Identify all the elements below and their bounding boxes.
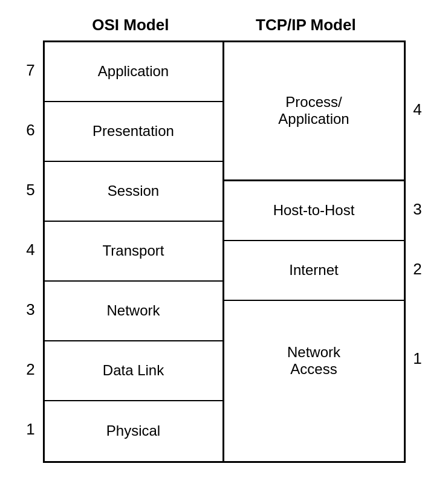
tcpip-column: Process/Application Host-to-Host Interne… — [224, 42, 404, 461]
main-content: 7 6 5 4 3 2 1 Application Presentation S… — [19, 40, 430, 463]
osi-layer-physical: Physical — [45, 401, 222, 461]
osi-num-1: 1 — [19, 399, 43, 459]
tcpip-host-to-host: Host-to-Host — [224, 181, 404, 241]
osi-layer-presentation: Presentation — [45, 102, 222, 162]
tcpip-internet: Internet — [224, 241, 404, 301]
tcpip-num-4: 4 — [406, 40, 430, 179]
tcpip-process-application: Process/Application — [224, 42, 404, 181]
tcpip-numbers-right: 4 3 2 1 — [406, 40, 430, 463]
osi-num-6: 6 — [19, 100, 43, 160]
osi-num-7: 7 — [19, 40, 43, 100]
osi-layer-datalink: Data Link — [45, 341, 222, 401]
diagram-container: OSI Model TCP/IP Model 7 6 5 4 3 2 1 App… — [19, 16, 430, 463]
osi-layer-network: Network — [45, 282, 222, 341]
osi-layer-transport: Transport — [45, 222, 222, 282]
osi-model-title: OSI Model — [92, 16, 169, 34]
header-row: OSI Model TCP/IP Model — [19, 16, 430, 34]
tables-wrapper: Application Presentation Session Transpo… — [43, 40, 406, 463]
tcpip-num-2: 2 — [406, 239, 430, 299]
tcpip-network-access: NetworkAccess — [224, 301, 404, 421]
osi-column: Application Presentation Session Transpo… — [45, 42, 224, 461]
osi-numbers-left: 7 6 5 4 3 2 1 — [19, 40, 43, 463]
osi-num-5: 5 — [19, 160, 43, 220]
osi-num-3: 3 — [19, 280, 43, 340]
osi-layer-session: Session — [45, 162, 222, 222]
osi-layer-application: Application — [45, 42, 222, 102]
tcpip-num-3: 3 — [406, 179, 430, 239]
osi-num-2: 2 — [19, 340, 43, 399]
osi-num-4: 4 — [19, 220, 43, 280]
tcpip-num-1: 1 — [406, 299, 430, 419]
tcpip-model-title: TCP/IP Model — [256, 16, 356, 34]
